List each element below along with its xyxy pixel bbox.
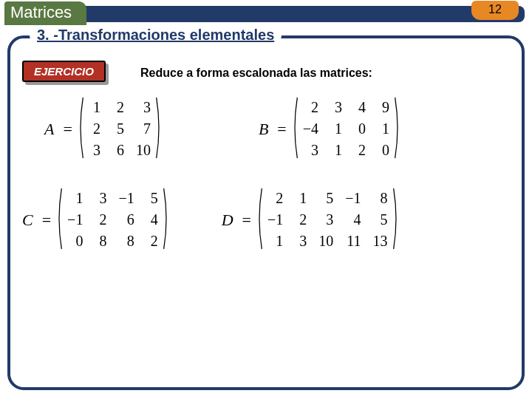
exercise-instruction: Reduce a forma escalonada las matrices: (140, 66, 372, 80)
left-paren-icon (256, 187, 263, 250)
equals-sign: = (277, 120, 286, 139)
equals-sign: = (242, 211, 251, 230)
left-paren-icon (291, 96, 299, 160)
equals-sign: = (42, 211, 51, 230)
right-paren-icon (394, 96, 401, 160)
matrix-D: D = 2 1 5 −1 8 −1 2 3 4 5 1 3 10 (222, 187, 400, 253)
matrix-B: B = 2 3 4 9 −4 1 0 1 3 1 2 0 (259, 96, 401, 162)
matrix-C-grid: 1 3 −1 5 −1 2 6 4 0 8 8 2 (63, 187, 163, 253)
topic-tab: Matrices (4, 1, 86, 25)
matrix-D-label: D (222, 211, 233, 230)
matrix-area: A = 1 2 3 2 5 7 3 6 10 B = (22, 96, 510, 384)
matrix-C: C = 1 3 −1 5 −1 2 6 4 0 8 8 2 (22, 187, 170, 253)
matrix-A-grid: 1 2 3 2 5 7 3 6 10 (84, 96, 155, 162)
left-paren-icon (55, 187, 63, 250)
matrix-B-grid: 2 3 4 9 −4 1 0 1 3 1 2 0 (299, 96, 394, 162)
right-paren-icon (163, 187, 170, 250)
right-paren-icon (155, 96, 163, 160)
matrix-A: A = 1 2 3 2 5 7 3 6 10 (44, 96, 163, 162)
matrix-C-label: C (22, 211, 33, 230)
section-title: 3. -Transformaciones elementales (30, 25, 282, 45)
equals-sign: = (63, 120, 72, 139)
matrix-B-label: B (259, 120, 268, 139)
page-number: 12 (471, 1, 519, 20)
left-paren-icon (77, 96, 84, 160)
matrix-row-1: A = 1 2 3 2 5 7 3 6 10 B = (22, 96, 510, 162)
matrix-row-2: C = 1 3 −1 5 −1 2 6 4 0 8 8 2 (22, 187, 510, 253)
right-paren-icon (392, 187, 400, 250)
matrix-A-label: A (44, 120, 54, 139)
exercise-badge: EJERCICIO (22, 61, 106, 82)
matrix-D-grid: 2 1 5 −1 8 −1 2 3 4 5 1 3 10 11 13 (263, 187, 392, 253)
